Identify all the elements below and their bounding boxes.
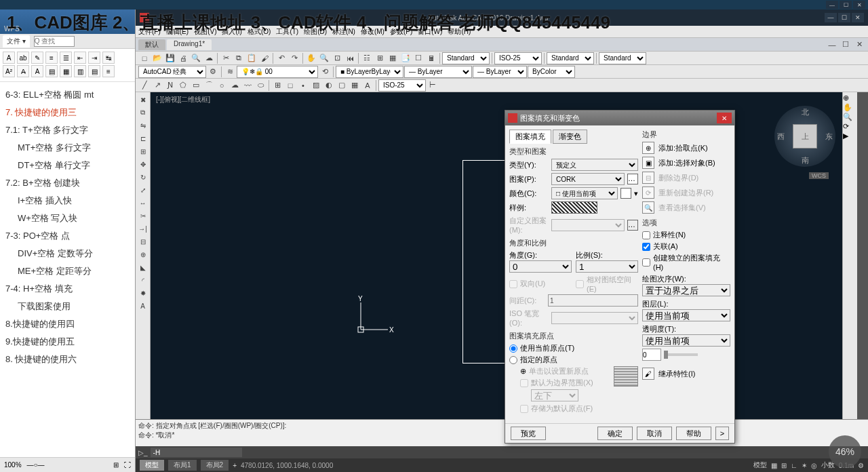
redo-icon[interactable]: ↷ [288,52,300,64]
menu-item[interactable]: 插入(I) [222,27,241,37]
outline-item[interactable]: 8.快捷键的使用四 [5,315,130,333]
font-color-icon[interactable]: A [3,52,15,64]
xline-icon[interactable]: ↗ [151,79,163,92]
dim-linear-icon[interactable]: ⊢ [427,79,439,92]
menu-item[interactable]: 标注(N) [332,27,355,37]
radio-use-current-origin[interactable] [509,345,517,353]
zoom-previous-icon[interactable]: ⏮ [344,52,356,64]
mleader-style-select[interactable]: Standard [599,52,646,64]
viewcube-wcs[interactable]: WCS [809,172,829,179]
workspace-settings-icon[interactable]: ⚙ [207,66,219,78]
expand-button[interactable]: > [715,427,729,440]
pline-icon[interactable]: Ɲ [164,79,176,92]
color-select[interactable]: □ 使用当前项 [551,187,618,199]
transparency-slider[interactable] [664,353,698,356]
model-tab[interactable]: 模型 [140,460,164,471]
highlight-icon[interactable]: ab [17,52,29,64]
layer-manager-icon[interactable]: ≋ [224,66,236,78]
polygon-icon[interactable]: ⬠ [177,79,189,92]
properties-icon[interactable]: ☷ [361,52,373,64]
menu-item[interactable]: 编辑(E) [166,27,189,37]
menu-item[interactable]: 文件(F) [138,27,161,37]
outline-item[interactable]: DT+空格 单行文字 [5,157,130,174]
spline-icon[interactable]: 〰 [241,79,254,92]
viewport-label[interactable]: [-][俯视][二维线框] [156,95,210,104]
pattern-browse-button[interactable]: … [627,174,638,184]
select-objects-button[interactable]: ▣ [642,157,654,169]
layout1-tab[interactable]: 布局1 [168,460,197,471]
pick-points-button[interactable]: ⊕ [642,142,654,154]
doc-minimize[interactable]: — [826,39,838,51]
layer-select[interactable]: 💡❄🔒 00 [237,66,318,78]
layer-select-dlg[interactable]: 使用当前项 [642,309,730,321]
vertical-scrollbar[interactable] [857,92,868,419]
angle-select[interactable]: 0 [509,260,572,273]
undo-icon[interactable]: ↶ [275,52,288,64]
markup-icon[interactable]: ☐ [412,52,425,64]
text-icon[interactable]: A [137,300,149,312]
move-icon[interactable]: ✥ [137,158,149,170]
array-icon[interactable]: ⊞ [137,145,149,157]
save-icon[interactable]: 💾 [164,52,176,64]
outline-item[interactable]: 7-3: PO+空格 点 [5,227,130,245]
polar-toggle-icon[interactable]: ✶ [802,462,807,469]
snap-toggle-icon[interactable]: ⊞ [781,462,787,469]
chamfer-icon[interactable]: ◣ [137,261,149,273]
chk-associative[interactable] [642,243,650,251]
mirror-icon[interactable]: ⇋ [137,119,149,132]
dim-style-select[interactable]: ISO-25 [494,52,542,64]
wps-view-btn[interactable]: ⊞ [113,461,119,469]
ellipse-icon[interactable]: ⬭ [254,79,267,92]
doc-restore[interactable]: ☐ [840,39,852,51]
indent-icon[interactable]: ⇥ [88,52,100,64]
menu-item[interactable]: 参数(P) [390,27,412,37]
fillet-icon[interactable]: ◜ [137,274,149,286]
design-center-icon[interactable]: ⊞ [374,52,386,64]
break-icon[interactable]: ⊟ [137,235,149,248]
menu-item[interactable]: 格式(O) [248,27,271,37]
nav-showmotion-icon[interactable]: ▶ [843,132,857,140]
outline-item[interactable]: 8. 快捷键的使用六 [5,351,130,368]
color-select[interactable]: ■ ByLayerByLayer [336,66,403,78]
point-icon[interactable]: • [297,79,309,92]
layout2-tab[interactable]: 布局2 [201,460,229,471]
cancel-button[interactable]: 取消 [637,427,672,440]
dialog-titlebar[interactable]: 图案填充和渐变色 ✕ [505,111,734,125]
outline-item[interactable]: 9.快捷键的使用五 [5,333,130,351]
outline-item[interactable]: 6-3: ELL+空格 椭圆 mt [5,86,130,104]
print-icon[interactable]: 🖨 [177,52,189,64]
explode-icon[interactable]: ✸ [137,287,149,299]
os-minimize[interactable]: — [826,1,838,9]
transparency-select[interactable]: 使用当前项 [642,334,730,347]
quickcalc-icon[interactable]: 🖩 [425,52,437,64]
wps-fullscreen-btn[interactable]: ⛶ [124,461,131,469]
outline-item[interactable]: MT+空格 多行文字 [5,139,130,157]
line-icon[interactable]: ╱ [138,79,151,92]
os-maximize[interactable]: ☐ [840,1,852,9]
dim-style-select-2[interactable]: ISO-25 [378,79,426,92]
outline-item[interactable]: 7. 快捷键的使用三 [5,104,130,121]
drawing-canvas[interactable]: [-][俯视][二维线框] X Y 北 南 西 东 上 WCS [151,92,842,419]
trim-icon[interactable]: ✂ [137,210,149,222]
os-close[interactable]: ✕ [853,1,865,9]
sheet-set-icon[interactable]: 📑 [399,52,412,64]
outline-item[interactable]: DIV+空格 定数等分 [5,245,130,262]
ok-button[interactable]: 确定 [597,427,633,440]
scale-icon[interactable]: ⤢ [137,184,149,196]
outdent-icon[interactable]: ⇤ [74,52,86,64]
copy-obj-icon[interactable]: ⧉ [137,106,149,119]
paste-icon[interactable]: 📋 [245,52,258,64]
add-layout-icon[interactable]: + [233,462,237,469]
pattern-preview[interactable] [551,201,597,214]
gradient-icon[interactable]: ◐ [323,79,335,92]
match-prop-icon[interactable]: 🖌 [258,52,271,64]
grid-toggle-icon[interactable]: ▦ [771,462,777,469]
make-block-icon[interactable]: □ [284,79,296,92]
extend-icon[interactable]: →| [137,222,149,235]
join-icon[interactable]: ⊕ [137,248,149,260]
align-justify-icon[interactable]: ▤ [88,65,100,77]
numbering-icon[interactable]: ☰ [60,52,72,64]
publish-icon[interactable]: ☁ [203,52,215,64]
radio-specified-origin[interactable] [509,356,517,364]
outline-item[interactable]: I+空格 插入快 [5,192,130,210]
